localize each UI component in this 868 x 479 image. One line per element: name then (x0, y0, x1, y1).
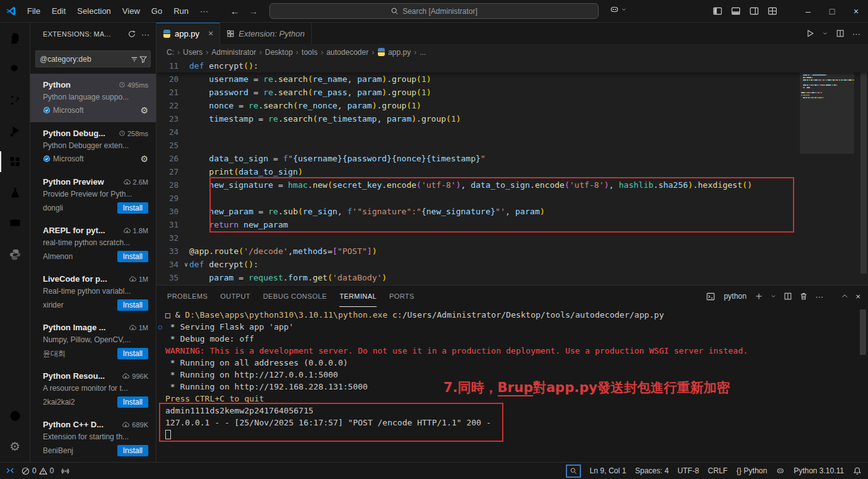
extension-item[interactable]: Python495msPython language suppo...Micro… (30, 74, 156, 122)
extension-item[interactable]: LiveCode for p...1MReal-time python vari… (30, 268, 156, 316)
panel-tab-terminal[interactable]: TERMINAL (339, 286, 377, 307)
toggle-primary-sidebar-icon[interactable] (713, 6, 722, 16)
extension-item[interactable]: Python C++ D...689KExtension for startin… (30, 413, 156, 462)
command-decoration-icon[interactable]: ○ (158, 321, 162, 333)
toggle-panel-icon[interactable] (731, 6, 741, 16)
editor-more-actions-icon[interactable]: ··· (852, 29, 860, 38)
panel-tab-debug-console[interactable]: DEBUG CONSOLE (263, 286, 327, 307)
breadcrumb-separator: › (206, 48, 208, 57)
maximize-button[interactable]: □ (820, 0, 844, 23)
menu-selection[interactable]: Selection (71, 4, 116, 18)
menu-run[interactable]: Run (168, 4, 194, 18)
problems-status[interactable]: 0 0 (21, 466, 54, 475)
breadcrumb-item[interactable]: Users (183, 48, 202, 57)
copilot-button[interactable] (609, 4, 627, 14)
filter-lines-icon[interactable] (130, 55, 139, 64)
tab-app-py[interactable]: app.py × (156, 23, 220, 44)
close-button[interactable]: × (844, 0, 868, 23)
cursor-position-status[interactable]: Ln 9, Col 1 (590, 466, 626, 475)
code-editor[interactable]: 11def encrypt():20 username = re.search(… (156, 59, 868, 285)
forward-arrow-icon[interactable]: → (249, 6, 258, 16)
broadcast-icon[interactable] (61, 467, 69, 475)
breadcrumb-item[interactable]: ... (419, 48, 426, 57)
kill-terminal-trash-icon[interactable] (799, 292, 808, 301)
close-tab-icon[interactable]: × (208, 28, 213, 38)
customize-layout-icon[interactable] (768, 6, 777, 16)
panel-tab-ports[interactable]: PORTS (389, 286, 414, 307)
notifications-bell-icon[interactable] (853, 466, 862, 475)
run-python-file-icon[interactable] (806, 29, 814, 38)
menu-view[interactable]: View (117, 4, 146, 18)
remote-explorer-icon[interactable] (0, 208, 30, 239)
fold-chevron-icon[interactable]: ∨ (184, 258, 188, 271)
extensions-tab-icon (226, 30, 235, 38)
terminal-dropdown-chevron-icon[interactable] (770, 293, 777, 299)
menu-go[interactable]: Go (146, 4, 168, 18)
extension-name: Python Preview (43, 177, 104, 187)
minimize-button[interactable]: – (796, 0, 820, 23)
breadcrumb-item[interactable]: app.py (377, 48, 411, 57)
extension-item[interactable]: Python Image ...1MNumpy, Pillow, OpenCV,… (30, 316, 156, 365)
editor-scrollbar[interactable] (860, 59, 867, 274)
eol-status[interactable]: CRLF (708, 466, 727, 475)
language-mode-status[interactable]: {} Python (736, 466, 767, 475)
remote-indicator-icon[interactable] (5, 466, 14, 475)
python-view-icon[interactable] (0, 239, 30, 270)
extension-item[interactable]: AREPL for pyt...1.8Mreal-time python scr… (30, 219, 156, 268)
tab-extension-python[interactable]: Extension: Python (220, 23, 312, 44)
split-editor-icon[interactable] (836, 29, 845, 38)
extensions-search-input[interactable] (40, 55, 130, 64)
copilot-status-icon[interactable] (776, 466, 785, 475)
testing-icon[interactable] (0, 177, 30, 208)
source-control-icon[interactable] (0, 84, 30, 115)
terminal-scrollbar[interactable] (860, 309, 866, 355)
breadcrumb-item[interactable]: autodecoder (326, 48, 368, 57)
panel-tab-output[interactable]: OUTPUT (220, 286, 250, 307)
filter-funnel-icon[interactable] (139, 55, 148, 64)
menu-file[interactable]: File (21, 4, 46, 18)
search-view-icon[interactable] (0, 54, 30, 84)
install-button[interactable]: Install (117, 445, 148, 456)
python-interpreter-status[interactable]: Python 3.10.11 (794, 466, 844, 475)
breadcrumb-item[interactable]: Administrator (211, 48, 256, 57)
menu-edit[interactable]: Edit (46, 4, 71, 18)
breadcrumb-item[interactable]: Desktop (265, 48, 293, 57)
extension-item[interactable]: Python Debug...258msPython Debugger exte… (30, 122, 156, 171)
encoding-status[interactable]: UTF-8 (677, 466, 699, 475)
more-actions-icon[interactable]: ··· (141, 30, 150, 39)
minimap-slider[interactable] (800, 59, 854, 154)
panel-more-actions-icon[interactable]: ··· (815, 292, 823, 301)
search-command-center[interactable]: Search [Administrator] (269, 3, 599, 19)
maximize-panel-icon[interactable] (841, 292, 848, 300)
install-button[interactable]: Install (117, 299, 148, 311)
extension-item[interactable]: Python Preview2.6MProvide Preview for Py… (30, 171, 156, 219)
refresh-icon[interactable] (127, 30, 136, 38)
panel-tab-problems[interactable]: PROBLEMS (167, 286, 208, 307)
account-icon[interactable] (0, 400, 30, 431)
indentation-status[interactable]: Spaces: 4 (635, 466, 669, 475)
toggle-secondary-sidebar-icon[interactable] (749, 6, 759, 16)
run-dropdown-chevron-icon[interactable] (822, 30, 828, 37)
breadcrumb-item[interactable]: C: (167, 48, 174, 57)
split-terminal-icon[interactable] (783, 292, 792, 301)
terminal-profile-label[interactable]: python (724, 292, 746, 301)
new-terminal-icon[interactable] (754, 292, 763, 301)
menu-more[interactable]: ··· (194, 4, 214, 18)
settings-gear-icon[interactable]: ⚙ (0, 431, 30, 462)
run-debug-icon[interactable] (0, 115, 30, 146)
extension-settings-gear-icon[interactable]: ⚙ (140, 154, 148, 164)
minimap[interactable] (800, 59, 854, 204)
install-button[interactable]: Install (117, 348, 148, 359)
extension-settings-gear-icon[interactable]: ⚙ (140, 105, 148, 115)
back-arrow-icon[interactable]: ← (230, 6, 240, 16)
install-button[interactable]: Install (117, 202, 148, 214)
install-button[interactable]: Install (117, 396, 148, 408)
extensions-view-icon[interactable] (0, 146, 30, 177)
terminal[interactable]: □ & D:\Base\apps\python310\3.10.11\pytho… (156, 307, 868, 462)
close-panel-icon[interactable]: × (855, 292, 860, 301)
extension-item[interactable]: Python Resou...996KA resource monitor fo… (30, 365, 156, 413)
explorer-icon[interactable] (0, 23, 30, 54)
install-button[interactable]: Install (117, 251, 148, 262)
zoom-indicator[interactable] (566, 465, 581, 478)
breadcrumb-item[interactable]: tools (302, 48, 317, 57)
